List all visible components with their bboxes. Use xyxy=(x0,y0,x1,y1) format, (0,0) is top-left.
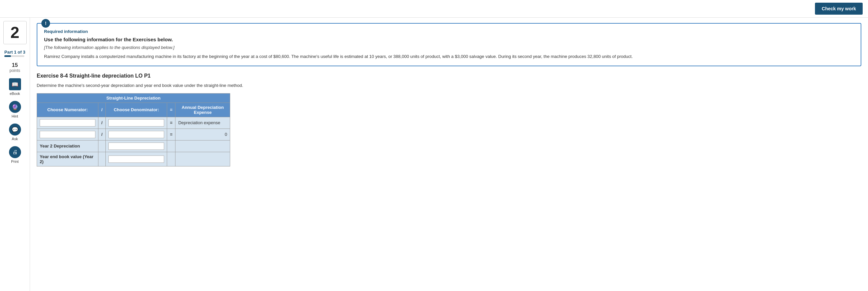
hint-icon: 🔮 xyxy=(9,101,21,113)
equals-header: = xyxy=(167,103,176,117)
year2-input[interactable] xyxy=(108,143,164,150)
col4-header: Annual Depreciation Expense xyxy=(176,103,230,117)
points-label: points xyxy=(9,68,20,73)
denominator-cell-2[interactable] xyxy=(106,129,167,140)
question-number: 2 xyxy=(3,21,27,44)
yearend-label: Year end book value (Year 2) xyxy=(37,152,98,166)
print-label: Print xyxy=(11,159,19,163)
year2-equals xyxy=(167,140,176,152)
ask-label: Ask xyxy=(12,137,18,141)
slash-header: / xyxy=(98,103,105,117)
depreciation-table: Straight-Line Depreciation Choose Numera… xyxy=(37,93,230,167)
table-main-header: Straight-Line Depreciation xyxy=(37,93,230,103)
points-section: 15 points xyxy=(9,62,20,73)
table-subheader-row: Choose Numerator: / Choose Denominator: … xyxy=(37,103,230,117)
info-box: ! Required information Use the following… xyxy=(37,23,861,66)
table-input-row-1: / = Depreciation expense xyxy=(37,117,230,129)
slash-cell-1: / xyxy=(98,117,105,129)
col2-header: Choose Denominator: xyxy=(106,103,167,117)
progress-bar xyxy=(4,55,24,57)
yearend-value xyxy=(176,152,230,166)
check-my-work-button[interactable]: Check my work xyxy=(815,3,863,15)
progress-bar-fill xyxy=(4,55,11,57)
print-icon: 🖨 xyxy=(9,146,21,158)
info-heading: Use the following information for the Ex… xyxy=(44,37,854,42)
part-indicator: Part 1 of 3 xyxy=(4,49,25,57)
required-info-label: Required information xyxy=(44,29,854,34)
table-header-row-1: Straight-Line Depreciation xyxy=(37,93,230,103)
slash-cell-2: / xyxy=(98,129,105,140)
table-year2-row: Year 2 Depreciation xyxy=(37,140,230,152)
yearend-input-cell[interactable] xyxy=(106,152,167,166)
part-label: Part 1 of 3 xyxy=(4,49,25,54)
denominator-input-2[interactable] xyxy=(108,131,164,138)
denominator-cell-1[interactable] xyxy=(106,117,167,129)
numerator-input-1[interactable] xyxy=(40,119,95,126)
year2-input-cell[interactable] xyxy=(106,140,167,152)
year2-value xyxy=(176,140,230,152)
sidebar-item-ask[interactable]: 💬 Ask xyxy=(9,123,21,141)
sidebar-item-ebook[interactable]: 📖 eBook xyxy=(9,78,21,96)
table-yearend-row: Year end book value (Year 2) xyxy=(37,152,230,166)
year2-label: Year 2 Depreciation xyxy=(37,140,98,152)
ask-icon: 💬 xyxy=(9,123,21,136)
sidebar-item-print[interactable]: 🖨 Print xyxy=(9,146,21,163)
table-input-row-2: / = 0 xyxy=(37,129,230,140)
equals-cell-1: = xyxy=(167,117,176,129)
year2-slash xyxy=(98,140,105,152)
ebook-icon: 📖 xyxy=(9,78,21,90)
info-body: Ramirez Company installs a computerized … xyxy=(44,53,854,60)
ebook-label: eBook xyxy=(10,92,20,96)
yearend-slash xyxy=(98,152,105,166)
sidebar-item-hint[interactable]: 🔮 Hint xyxy=(9,101,21,118)
result-value-2: 0 xyxy=(176,129,230,140)
yearend-input[interactable] xyxy=(108,155,164,163)
info-icon: ! xyxy=(41,19,50,28)
yearend-equals xyxy=(167,152,176,166)
exercise-description: Determine the machine's second-year depr… xyxy=(37,83,861,88)
numerator-cell-2[interactable] xyxy=(37,129,98,140)
equals-cell-2: = xyxy=(167,129,176,140)
top-bar: Check my work xyxy=(0,0,868,17)
denominator-input-1[interactable] xyxy=(108,119,164,126)
col1-header: Choose Numerator: xyxy=(37,103,98,117)
sidebar: 2 Part 1 of 3 15 points 📖 eBook 🔮 Hint 💬… xyxy=(0,17,30,291)
points-value: 15 xyxy=(9,62,20,68)
numerator-cell-1[interactable] xyxy=(37,117,98,129)
info-italic: [The following information applies to th… xyxy=(44,45,854,50)
result-label-1: Depreciation expense xyxy=(176,117,230,129)
hint-label: Hint xyxy=(12,114,18,118)
numerator-input-2[interactable] xyxy=(40,131,95,138)
exercise-title: Exercise 8-4 Straight-line depreciation … xyxy=(37,73,861,79)
content-area: ! Required information Use the following… xyxy=(30,17,868,291)
main-layout: 2 Part 1 of 3 15 points 📖 eBook 🔮 Hint 💬… xyxy=(0,17,868,291)
